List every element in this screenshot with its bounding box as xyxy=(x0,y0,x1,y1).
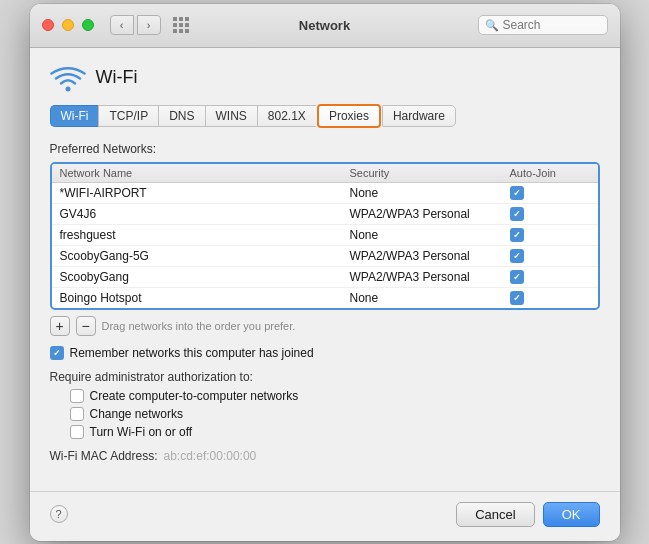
cancel-button[interactable]: Cancel xyxy=(456,502,534,527)
require-item-turnwifi: Turn Wi-Fi on or off xyxy=(70,425,600,439)
wifi-label: Wi-Fi xyxy=(96,67,138,88)
mac-section: Wi-Fi MAC Address: ab:cd:ef:00:00:00 xyxy=(50,449,600,463)
network-name: GV4J6 xyxy=(60,207,350,221)
network-name: ScoobyGang xyxy=(60,270,350,284)
close-button[interactable] xyxy=(42,19,54,31)
ok-button[interactable]: OK xyxy=(543,502,600,527)
forward-button[interactable]: › xyxy=(137,15,161,35)
table-actions: + − Drag networks into the order you pre… xyxy=(50,316,600,336)
network-name: *WIFI-AIRPORT xyxy=(60,186,350,200)
networks-table: Network Name Security Auto-Join *WIFI-AI… xyxy=(50,162,600,310)
network-security: WPA2/WPA3 Personal xyxy=(350,249,510,263)
remember-checkbox[interactable] xyxy=(50,346,64,360)
add-network-button[interactable]: + xyxy=(50,316,70,336)
maximize-button[interactable] xyxy=(82,19,94,31)
require-turnwifi-label: Turn Wi-Fi on or off xyxy=(90,425,193,439)
window-title: Network xyxy=(299,18,350,33)
traffic-lights xyxy=(42,19,94,31)
titlebar: ‹ › Network 🔍 xyxy=(30,4,620,48)
main-content: Wi-Fi Wi-Fi TCP/IP DNS WINS 802.1X Proxi… xyxy=(30,48,620,491)
tab-wins[interactable]: WINS xyxy=(205,105,257,127)
network-security: None xyxy=(350,291,510,305)
table-row: GV4J6 WPA2/WPA3 Personal xyxy=(52,204,598,225)
tab-bar: Wi-Fi TCP/IP DNS WINS 802.1X Proxies Har… xyxy=(50,104,600,128)
tab-proxies[interactable]: Proxies xyxy=(317,104,381,128)
autojoin-checkbox[interactable] xyxy=(510,291,524,305)
tab-hardware[interactable]: Hardware xyxy=(382,105,456,127)
minimize-button[interactable] xyxy=(62,19,74,31)
back-button[interactable]: ‹ xyxy=(110,15,134,35)
mac-label: Wi-Fi MAC Address: xyxy=(50,449,158,463)
table-row: ScoobyGang WPA2/WPA3 Personal xyxy=(52,267,598,288)
table-row: ScoobyGang-5G WPA2/WPA3 Personal xyxy=(52,246,598,267)
require-computer-checkbox[interactable] xyxy=(70,389,84,403)
require-item-computer: Create computer-to-computer networks xyxy=(70,389,600,403)
window: ‹ › Network 🔍 Wi-Fi xyxy=(30,4,620,541)
tab-wifi[interactable]: Wi-Fi xyxy=(50,105,99,127)
table-row: freshguest None xyxy=(52,225,598,246)
require-label: Require administrator authorization to: xyxy=(50,370,600,384)
svg-point-0 xyxy=(65,86,70,91)
col-security: Security xyxy=(350,167,510,179)
grid-icon[interactable] xyxy=(173,17,189,33)
remember-label: Remember networks this computer has join… xyxy=(70,346,314,360)
network-security: WPA2/WPA3 Personal xyxy=(350,270,510,284)
require-computer-label: Create computer-to-computer networks xyxy=(90,389,299,403)
network-security: None xyxy=(350,228,510,242)
table-row: Boingo Hotspot None xyxy=(52,288,598,308)
nav-buttons: ‹ › xyxy=(110,15,161,35)
table-row: *WIFI-AIRPORT None xyxy=(52,183,598,204)
network-security: None xyxy=(350,186,510,200)
bottom-buttons: Cancel OK xyxy=(456,502,599,527)
networks-section-label: Preferred Networks: xyxy=(50,142,600,156)
require-networks-checkbox[interactable] xyxy=(70,407,84,421)
col-name: Network Name xyxy=(60,167,350,179)
tab-tcpip[interactable]: TCP/IP xyxy=(98,105,158,127)
autojoin-checkbox[interactable] xyxy=(510,207,524,221)
search-input[interactable] xyxy=(503,18,601,32)
mac-value: ab:cd:ef:00:00:00 xyxy=(164,449,257,463)
require-turnwifi-checkbox[interactable] xyxy=(70,425,84,439)
require-networks-label: Change networks xyxy=(90,407,183,421)
remember-row: Remember networks this computer has join… xyxy=(50,346,600,360)
wifi-header: Wi-Fi xyxy=(50,64,600,92)
search-box: 🔍 xyxy=(478,15,608,35)
require-section: Require administrator authorization to: … xyxy=(50,370,600,439)
tab-8021x[interactable]: 802.1X xyxy=(257,105,316,127)
bottom-bar: ? Cancel OK xyxy=(30,491,620,541)
require-items: Create computer-to-computer networks Cha… xyxy=(50,389,600,439)
tab-dns[interactable]: DNS xyxy=(158,105,204,127)
col-autojoin: Auto-Join xyxy=(510,167,590,179)
network-name: freshguest xyxy=(60,228,350,242)
network-security: WPA2/WPA3 Personal xyxy=(350,207,510,221)
autojoin-checkbox[interactable] xyxy=(510,270,524,284)
network-name: Boingo Hotspot xyxy=(60,291,350,305)
autojoin-checkbox[interactable] xyxy=(510,249,524,263)
autojoin-checkbox[interactable] xyxy=(510,186,524,200)
network-name: ScoobyGang-5G xyxy=(60,249,350,263)
wifi-icon xyxy=(50,64,86,92)
require-item-networks: Change networks xyxy=(70,407,600,421)
remove-network-button[interactable]: − xyxy=(76,316,96,336)
table-header-row: Network Name Security Auto-Join xyxy=(52,164,598,183)
autojoin-checkbox[interactable] xyxy=(510,228,524,242)
search-icon: 🔍 xyxy=(485,19,499,32)
help-button[interactable]: ? xyxy=(50,505,68,523)
drag-hint: Drag networks into the order you prefer. xyxy=(102,320,296,332)
